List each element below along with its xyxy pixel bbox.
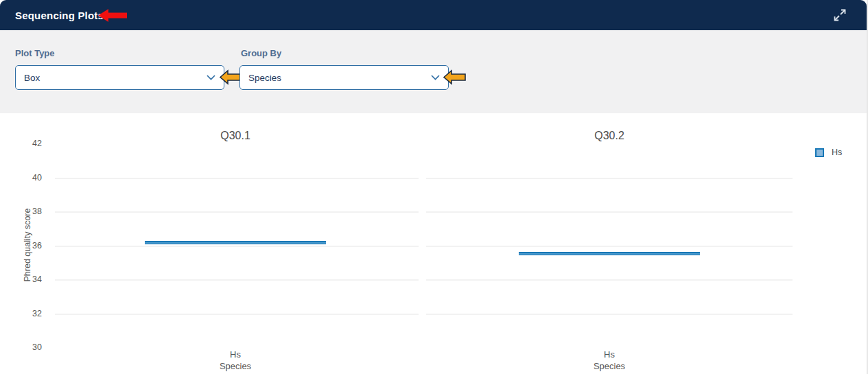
widget-title: Sequencing Plots bbox=[15, 10, 104, 21]
chevron-down-icon bbox=[207, 75, 215, 80]
gridline bbox=[426, 279, 793, 281]
yellow-annotation-arrow-group-by bbox=[443, 69, 466, 85]
legend-swatch-hs bbox=[815, 148, 824, 157]
chevron-down-icon bbox=[431, 75, 440, 80]
y-tick-label: 32 bbox=[0, 309, 51, 318]
x-axis-title: Species bbox=[568, 361, 650, 371]
gridline bbox=[426, 314, 793, 315]
chart-legend[interactable]: Hs bbox=[815, 148, 842, 157]
plot-type-dropdown[interactable]: Box bbox=[15, 65, 224, 90]
widget-header: Sequencing Plots bbox=[0, 0, 867, 30]
expand-icon[interactable] bbox=[832, 7, 848, 23]
y-tick-label: 42 bbox=[0, 139, 51, 148]
y-tick-label: 40 bbox=[0, 173, 51, 183]
gridline bbox=[55, 279, 419, 281]
gridline bbox=[55, 314, 419, 315]
gridline bbox=[55, 246, 419, 247]
box-plot-line bbox=[519, 252, 700, 255]
x-tick-label: Hs bbox=[194, 349, 277, 360]
subplot-title: Q30.2 bbox=[554, 130, 664, 142]
gridline bbox=[426, 246, 793, 247]
x-tick-label: Hs bbox=[568, 349, 650, 360]
chart-region: Phred quality score Hs 42403836343230Q30… bbox=[0, 113, 867, 374]
legend-label-hs: Hs bbox=[832, 148, 842, 157]
filter-bar: Plot Type Box Group By Species bbox=[0, 30, 867, 113]
subplot-title: Q30.1 bbox=[180, 130, 290, 142]
box-plot-line bbox=[145, 241, 326, 244]
group-by-dropdown[interactable]: Species bbox=[239, 65, 449, 90]
x-axis-title: Species bbox=[194, 361, 277, 371]
plot-type-value: Box bbox=[24, 73, 40, 83]
red-annotation-arrow bbox=[98, 9, 127, 22]
y-tick-label: 36 bbox=[0, 241, 51, 250]
gridline bbox=[55, 211, 419, 213]
gridline bbox=[426, 178, 793, 179]
y-tick-label: 34 bbox=[0, 274, 51, 284]
sequencing-plots-widget: Sequencing Plots Plot Type Box Group By … bbox=[0, 0, 868, 374]
y-tick-label: 30 bbox=[0, 342, 51, 352]
gridline bbox=[55, 178, 419, 179]
y-tick-label: 38 bbox=[0, 207, 51, 216]
plot-type-label: Plot Type bbox=[15, 48, 55, 58]
group-by-label: Group By bbox=[241, 48, 281, 58]
group-by-value: Species bbox=[248, 73, 281, 83]
gridline bbox=[426, 211, 793, 213]
